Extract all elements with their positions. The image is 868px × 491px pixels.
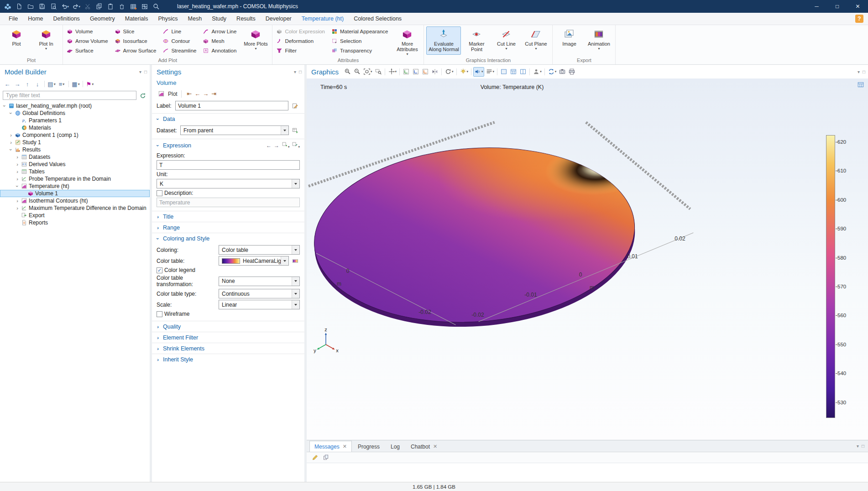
nav-forward-icon[interactable]: → xyxy=(13,79,22,89)
panel-menu-icon[interactable]: ▾ xyxy=(139,69,141,74)
tab-results[interactable]: Results xyxy=(231,13,261,25)
color-table-transformation-select[interactable]: None xyxy=(219,277,300,286)
tab-home[interactable]: Home xyxy=(23,13,48,25)
tree-item-derived-values[interactable]: ›8.5Derived Values xyxy=(0,161,150,168)
tree-chevron-icon[interactable]: › xyxy=(15,184,20,188)
tab-temperature-ht[interactable]: Temperature (ht) xyxy=(297,13,349,25)
replace-expression-icon[interactable]: ▾ xyxy=(292,141,300,149)
label-input[interactable] xyxy=(175,101,288,110)
description-checkbox[interactable] xyxy=(157,190,162,196)
help-icon[interactable]: ? xyxy=(855,15,863,23)
tree-chevron-icon[interactable]: › xyxy=(15,198,20,203)
tree-chevron-icon[interactable]: › xyxy=(9,133,13,137)
plot-row-label[interactable]: Plot xyxy=(168,91,178,97)
tree-chevron-icon[interactable]: › xyxy=(15,155,20,159)
section-header-coloring-and-style[interactable]: ›Coloring and Style xyxy=(152,233,304,244)
tree-chevron-icon[interactable]: › xyxy=(9,147,13,152)
tree-item-maximum-temperature-difference-in-the-domain[interactable]: ›Maximum Temperature Difference in the D… xyxy=(0,204,150,212)
save-file-icon[interactable] xyxy=(37,1,47,12)
section-header-expression[interactable]: ›Expression←→▾▾ xyxy=(152,139,304,151)
snapshot-icon[interactable] xyxy=(558,67,567,77)
tab-colored-selections[interactable]: Colored Selections xyxy=(349,13,407,25)
previous-expression-icon[interactable]: ← xyxy=(266,142,272,149)
insert-table-icon[interactable] xyxy=(128,1,139,12)
evaluate-along-normal-button[interactable]: Evaluate Along Normal xyxy=(426,26,461,55)
tree-item-volume-1[interactable]: Volume 1 xyxy=(0,190,150,197)
marker-point-button[interactable]: Marker Point xyxy=(462,26,491,55)
deformation-button[interactable]: Deformation xyxy=(275,36,329,46)
tree-item-parameters-1[interactable]: PiParameters 1 xyxy=(0,117,150,124)
color-legend-checkbox[interactable]: ✓ xyxy=(157,267,162,273)
image-button[interactable]: Image xyxy=(555,26,583,55)
view-options-icon[interactable]: ▾ xyxy=(485,67,496,77)
cut-line-button[interactable]: Cut Line▾ xyxy=(492,26,520,55)
open-file-icon[interactable] xyxy=(25,1,36,12)
section-header-quality[interactable]: ›Quality xyxy=(152,321,304,332)
isosurface-button[interactable]: Isosurface xyxy=(113,36,160,46)
mesh-button[interactable]: Mesh xyxy=(201,36,240,46)
unit-select[interactable]: K xyxy=(157,179,300,188)
split-window-icon[interactable] xyxy=(518,67,528,77)
model-tree-settings-icon[interactable]: ▤▾ xyxy=(47,79,56,89)
tree-chevron-icon[interactable]: › xyxy=(9,140,13,145)
go-to-zx-view-icon[interactable] xyxy=(421,67,430,77)
tab-progress[interactable]: Progress xyxy=(353,441,385,452)
tab-study[interactable]: Study xyxy=(207,13,231,25)
scale-select[interactable]: Linear xyxy=(219,300,300,309)
tree-item-materials[interactable]: Materials xyxy=(0,124,150,131)
new-file-icon[interactable] xyxy=(14,1,25,12)
tree-chevron-icon[interactable]: › xyxy=(15,169,20,174)
arrow-surface-button[interactable]: Arrow Surface xyxy=(113,46,160,55)
tree-chevron-icon[interactable]: › xyxy=(15,206,20,210)
animation-button[interactable]: Animation▾ xyxy=(585,26,613,55)
arrow-line-button[interactable]: Arrow Line xyxy=(201,26,240,36)
tab-chatbot[interactable]: Chatbot✕ xyxy=(406,441,442,452)
tree-item-temperature-ht[interactable]: ›Temperature (ht) xyxy=(0,183,150,190)
coloring-select[interactable]: Color table xyxy=(219,245,300,255)
dataset-select[interactable]: From parent xyxy=(180,125,289,135)
surface-button[interactable]: Surface xyxy=(65,46,112,55)
tab-materials[interactable]: Materials xyxy=(120,13,153,25)
tree-item-reports[interactable]: Reports xyxy=(0,219,150,226)
go-to-xy-view-icon[interactable] xyxy=(402,67,411,77)
go-to-yz-view-icon[interactable] xyxy=(411,67,420,77)
tree-chevron-icon[interactable]: › xyxy=(9,111,13,115)
section-header-shrink-elements[interactable]: ›Shrink Elements xyxy=(152,343,304,354)
annotation-button[interactable]: AAnnotation xyxy=(201,46,240,55)
tab-geometry[interactable]: Geometry xyxy=(85,13,120,25)
filter-button[interactable]: Filter xyxy=(275,46,329,55)
rotate-view-icon[interactable]: ▾ xyxy=(444,67,455,77)
tree-item-component-1-comp-1[interactable]: ›Component 1 (comp 1) xyxy=(0,131,150,139)
tree-item-probe-temperature-in-the-domain[interactable]: ›Probe Temperature in the Domain xyxy=(0,175,150,183)
section-header-inherit-style[interactable]: ›Inherit Style xyxy=(152,354,304,365)
tree-item-laser-heating-wafer-mph-root[interactable]: ›laser_heating_wafer.mph (root) xyxy=(0,102,150,110)
single-window-icon[interactable] xyxy=(499,67,508,77)
line-button[interactable]: Line xyxy=(161,26,200,36)
color-table-type-select[interactable]: Continuous xyxy=(219,289,300,298)
tree-item-global-definitions[interactable]: ›Global Definitions xyxy=(0,110,150,117)
slice-button[interactable]: Slice xyxy=(113,26,160,36)
copy-messages-icon[interactable] xyxy=(321,453,330,462)
paste-icon[interactable] xyxy=(105,1,116,12)
tree-chevron-icon[interactable]: › xyxy=(15,177,20,181)
tree-chevron-icon[interactable]: › xyxy=(15,162,20,167)
panel-float-icon[interactable]: □ xyxy=(862,444,864,449)
color-table-options-icon[interactable] xyxy=(291,256,300,266)
zoom-in-icon[interactable] xyxy=(343,67,352,77)
panel-float-icon[interactable]: □ xyxy=(863,69,865,74)
transparency-button[interactable]: Transparency xyxy=(330,46,392,55)
minimize-button[interactable]: ─ xyxy=(806,0,827,13)
close-icon[interactable]: ✕ xyxy=(343,444,347,449)
expression-input[interactable] xyxy=(157,160,300,170)
plot-icon[interactable] xyxy=(157,89,166,99)
scene-appearance-icon[interactable]: ▾ xyxy=(532,67,543,77)
section-header-range[interactable]: ›Range xyxy=(152,222,304,233)
redo-icon[interactable]: ▾ xyxy=(71,1,82,12)
auto-update-icon[interactable]: ▾ xyxy=(547,67,558,77)
plot-first-button[interactable]: ⇤ xyxy=(185,90,193,97)
filter-input[interactable] xyxy=(3,91,136,100)
tree-item-isothermal-contours-ht[interactable]: ›Isothermal Contours (ht) xyxy=(0,197,150,204)
section-header-data[interactable]: ›Data xyxy=(152,114,304,124)
streamline-button[interactable]: Streamline xyxy=(161,46,200,55)
tab-developer[interactable]: Developer xyxy=(261,13,297,25)
